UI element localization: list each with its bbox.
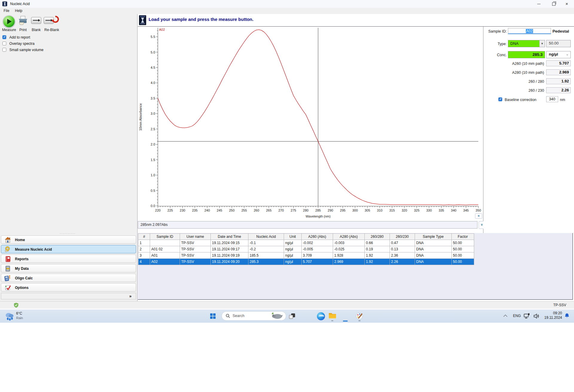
- chevron-down-icon: ▼: [539, 40, 545, 47]
- table-cell: A02: [150, 259, 180, 265]
- print-button-label: Print: [17, 28, 29, 32]
- app-hourglass-icon: [2, 1, 7, 6]
- cursor-readout-text: 285nm 2.097Abs: [141, 223, 168, 227]
- table-row[interactable]: 2A01 02TP-SSV19.11.2024 09:17-0.2ng/µl-0…: [138, 246, 474, 252]
- tray-chevron-up-icon[interactable]: [504, 315, 507, 319]
- overlay-spectra-checkbox[interactable]: Overlay spectra: [2, 42, 34, 46]
- instruction-banner: Load your sample and press the measure b…: [138, 14, 574, 27]
- table-row[interactable]: 1TP-SSV19.11.2024 09:15-0.1ng/µl-0.002-0…: [138, 240, 474, 246]
- svg-text:245: 245: [217, 209, 222, 212]
- sidebar-item-label: Reports: [15, 257, 28, 261]
- screen: Nucleic Acid × File Help Measure Print B…: [0, 0, 574, 392]
- svg-text:280: 280: [303, 209, 309, 212]
- small-sample-volume-checkbox[interactable]: Small sample volume: [2, 48, 43, 53]
- sample-id-input[interactable]: A02: [508, 28, 551, 34]
- column-header[interactable]: #: [138, 233, 150, 240]
- svg-text:305: 305: [365, 209, 370, 212]
- start-button[interactable]: [210, 313, 216, 319]
- table-cell: 2: [138, 246, 150, 252]
- splitter-handle[interactable]: ··········: [60, 232, 76, 235]
- column-header[interactable]: Unit: [284, 233, 302, 240]
- collapse-chevron-icon: »: [129, 294, 132, 298]
- column-header[interactable]: Nucleic Acid: [248, 233, 284, 240]
- paint-icon[interactable]: [355, 312, 363, 321]
- svg-text:235: 235: [192, 209, 198, 212]
- report-book-icon: [4, 256, 11, 263]
- column-header[interactable]: Factor: [452, 233, 474, 240]
- search-input[interactable]: Search: [222, 311, 286, 321]
- table-cell: -0.003: [333, 240, 365, 246]
- sidebar-item-oligo-calc[interactable]: Oligo Calc: [1, 274, 136, 282]
- table-cell: ng/µl: [284, 252, 302, 259]
- menu-help[interactable]: Help: [13, 8, 24, 13]
- table-row[interactable]: 4A02TP-SSV19.11.2024 09:20285.3ng/µl5.70…: [138, 259, 474, 265]
- add-to-report-checkbox[interactable]: Add to report: [2, 35, 30, 40]
- svg-text:270: 270: [278, 209, 284, 212]
- instrument-icon: [139, 15, 146, 25]
- svg-text:2.5: 2.5: [151, 127, 155, 131]
- table-cell: [150, 240, 180, 246]
- blank-button[interactable]: Blank: [30, 15, 42, 31]
- unit-dropdown[interactable]: ng/µl ⌄: [546, 51, 571, 58]
- close-button[interactable]: ×: [560, 0, 573, 8]
- column-header[interactable]: A260 (Abs): [302, 233, 333, 240]
- ratio-260-280-label: 260 / 280: [483, 79, 544, 84]
- ratio-260-230-label: 260 / 230: [483, 88, 544, 93]
- network-icon[interactable]: [524, 313, 530, 320]
- absorbance-spectrum-plot[interactable]: 0.00.51.01.52.02.53.03.54.04.55.05.52202…: [138, 27, 483, 221]
- baseline-wavelength-input[interactable]: 340: [546, 96, 558, 102]
- svg-text:255: 255: [241, 209, 247, 212]
- svg-text:3.0: 3.0: [151, 112, 155, 115]
- baseline-correction-checkbox[interactable]: [498, 97, 502, 102]
- column-header[interactable]: Sample ID: [150, 233, 180, 240]
- minimize-button[interactable]: [532, 0, 545, 8]
- menu-file[interactable]: File: [2, 8, 11, 13]
- table-cell: 0.66: [365, 240, 390, 246]
- column-header[interactable]: Date and Time: [211, 233, 248, 240]
- svg-text:300: 300: [352, 209, 358, 212]
- column-header[interactable]: Sample Type: [415, 233, 452, 240]
- speaker-icon[interactable]: [533, 313, 540, 320]
- sidebar-item-reports[interactable]: Reports: [1, 255, 136, 263]
- column-header[interactable]: 260/280: [365, 233, 390, 240]
- sidebar-item-measure-nucleic-acid[interactable]: Measure Nucleic Acid: [1, 245, 136, 253]
- svg-text:320: 320: [402, 209, 407, 212]
- svg-text:295: 295: [340, 209, 345, 212]
- measure-button[interactable]: Measure: [2, 15, 16, 31]
- svg-text:220: 220: [155, 209, 161, 212]
- sidebar-collapse-bar[interactable]: »: [1, 293, 136, 299]
- sidebar-item-label: Options: [15, 286, 28, 290]
- bell-icon[interactable]: [564, 313, 570, 319]
- sidebar-item-my-data[interactable]: My Data: [1, 264, 136, 272]
- column-header[interactable]: User name: [180, 233, 211, 240]
- file-explorer-icon[interactable]: [328, 312, 337, 321]
- edge-browser-icon[interactable]: [317, 312, 325, 320]
- reblank-button[interactable]: Re-Blank: [44, 15, 60, 31]
- table-cell: A01: [150, 252, 180, 259]
- table-cell: -0.005: [302, 246, 333, 252]
- collapse-left-icon[interactable]: «: [475, 213, 482, 219]
- svg-text:225: 225: [167, 209, 173, 212]
- table-row[interactable]: 3A01TP-SSV19.11.2024 09:19185.5ng/µl3.70…: [138, 252, 474, 259]
- column-header[interactable]: 260/230: [390, 233, 415, 240]
- checkmark-options-icon: [4, 284, 11, 292]
- table-cell: 3.709: [302, 252, 333, 259]
- type-dropdown[interactable]: DNA ▼: [508, 40, 545, 47]
- svg-text:250: 250: [229, 209, 234, 212]
- checkbox-icon: [2, 35, 6, 39]
- svg-text:330: 330: [426, 209, 432, 212]
- column-header[interactable]: A280 (Abs): [333, 233, 365, 240]
- table-cell: -0.2: [248, 246, 284, 252]
- print-button[interactable]: Print: [17, 15, 29, 31]
- sample-id-label: Sample ID:: [483, 29, 507, 33]
- task-view-icon[interactable]: [289, 313, 296, 320]
- manatee-icon: [270, 313, 283, 321]
- table-cell: 0.19: [365, 246, 390, 252]
- redo-circle-icon: [51, 15, 59, 25]
- language-indicator[interactable]: ENG: [513, 314, 521, 318]
- factor-field[interactable]: 50.00: [546, 40, 571, 47]
- restore-button[interactable]: [547, 0, 560, 8]
- sidebar-item-home[interactable]: Home: [1, 235, 136, 244]
- clock[interactable]: 09:20 19.11.2024: [539, 311, 562, 320]
- sidebar-item-options[interactable]: Options: [1, 283, 136, 292]
